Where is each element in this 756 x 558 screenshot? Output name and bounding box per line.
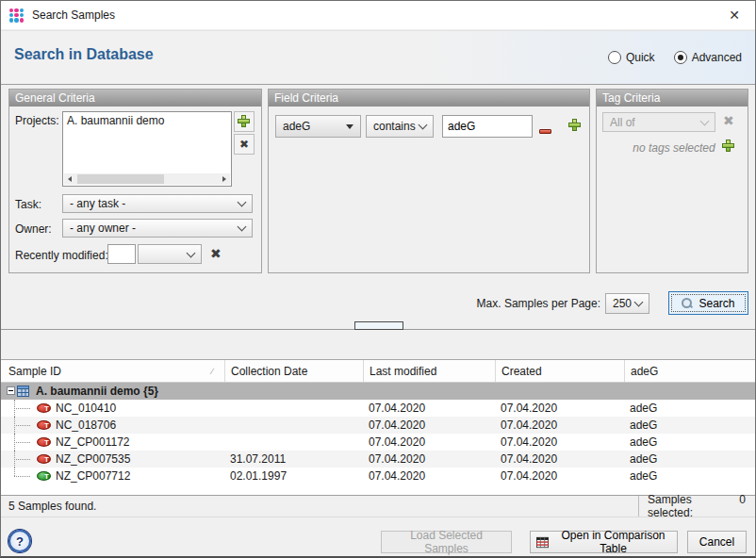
footer-bar: ? Load Selected Samples Open in Comparis… [1, 517, 755, 556]
sample-status-icon [37, 420, 51, 430]
samples-selected-count: 0 [739, 493, 746, 519]
search-icon [682, 298, 693, 309]
tree-line [1, 417, 37, 434]
owner-select[interactable]: - any owner - [62, 219, 253, 238]
splitter-grip[interactable] [354, 321, 403, 330]
adeG-cell: adeG [625, 434, 755, 451]
results-table: Sample ID∕ Collection Date Last modified… [1, 359, 755, 495]
table-header-row: Sample ID∕ Collection Date Last modified… [1, 360, 755, 383]
field-name-select[interactable]: adeG [275, 115, 361, 138]
last-modified-cell: 07.04.2020 [364, 434, 496, 451]
field-query-input[interactable] [442, 115, 533, 138]
table-row[interactable]: NC_010410 07.04.2020 07.04.2020 adeG [1, 400, 755, 417]
tree-line [1, 468, 37, 484]
add-tag-button[interactable] [722, 140, 735, 156]
sort-indicator-icon: ∕ [211, 367, 213, 376]
adeG-cell: adeG [625, 451, 755, 468]
compare-button-label: Open in Comparison Table [555, 529, 671, 555]
radio-quick-circle [608, 51, 621, 64]
created-cell: 07.04.2020 [496, 400, 625, 417]
column-header-created[interactable]: Created [496, 360, 625, 382]
sample-id: NZ_CP007712 [56, 469, 130, 483]
column-header-collection-date[interactable]: Collection Date [225, 360, 364, 382]
created-cell: 07.04.2020 [496, 417, 625, 434]
chevron-down-icon [419, 121, 428, 130]
column-label: Created [501, 365, 542, 378]
column-label: Collection Date [231, 365, 307, 378]
sample-id: NZ_CP001172 [56, 435, 130, 449]
scroll-right-icon[interactable] [219, 173, 230, 185]
scroll-track[interactable] [75, 173, 219, 185]
column-header-adeG[interactable]: adeG [625, 360, 755, 382]
chevron-down-icon [238, 198, 247, 207]
chevron-down-icon [238, 222, 247, 232]
chevron-down-icon [634, 298, 644, 307]
remove-field-criterion-button[interactable] [539, 123, 551, 137]
remove-project-button[interactable]: ✖ [234, 134, 255, 155]
field-operator-select[interactable]: contains [366, 115, 434, 138]
results-toolbar [1, 330, 755, 358]
column-label: adeG [631, 365, 658, 378]
field-operator-value: contains [373, 120, 416, 133]
app-logo-icon [9, 8, 24, 23]
max-samples-value: 250 [613, 297, 632, 310]
last-modified-cell: 07.04.2020 [364, 417, 496, 434]
project-icon [16, 385, 30, 398]
no-tags-text: no tags selected [633, 141, 715, 156]
add-field-criterion-button[interactable] [568, 119, 582, 135]
remove-tag-button: ✖ [723, 113, 734, 128]
column-header-last-modified[interactable]: Last modified [364, 360, 496, 382]
samples-selected-label: Samples selected: [648, 493, 739, 519]
created-cell: 07.04.2020 [496, 434, 625, 451]
cancel-button[interactable]: Cancel [687, 531, 747, 553]
created-cell: 07.04.2020 [496, 468, 625, 484]
table-row[interactable]: NZ_CP007535 31.07.2011 07.04.2020 07.04.… [1, 451, 755, 468]
max-samples-select[interactable]: 250 [605, 293, 649, 314]
search-button[interactable]: Search [668, 291, 748, 315]
tag-match-value: All of [610, 116, 635, 129]
collapse-group-icon[interactable] [7, 386, 15, 395]
sample-status-icon [37, 454, 51, 464]
plus-icon [238, 115, 251, 128]
column-header-sample-id[interactable]: Sample ID∕ [1, 360, 225, 382]
scroll-left-icon[interactable] [64, 173, 75, 185]
field-name-value: adeG [283, 120, 310, 133]
comparison-table-icon [536, 536, 549, 549]
field-criteria-header: Field Criteria [269, 90, 589, 107]
clear-icon: ✖ [210, 246, 222, 261]
sample-status-icon [37, 403, 51, 413]
open-in-comparison-table-button[interactable]: Open in Comparison Table [530, 531, 678, 553]
tag-criteria-header: Tag Criteria [597, 90, 748, 107]
group-row[interactable]: A. baumannii demo {5} [1, 383, 755, 400]
radio-advanced[interactable]: Advanced [674, 51, 742, 64]
recently-modified-input[interactable] [107, 244, 136, 264]
tree-line [1, 451, 37, 468]
chevron-down-icon [700, 116, 710, 125]
recently-modified-unit-select[interactable] [138, 244, 202, 264]
projects-label: Projects: [15, 114, 59, 127]
projects-hscrollbar[interactable] [64, 173, 230, 185]
clear-recently-modified-button[interactable]: ✖ [210, 246, 222, 261]
sample-id: NZ_CP007535 [56, 452, 130, 466]
add-project-button[interactable] [234, 111, 255, 132]
max-samples-label: Max. Samples per Page: [470, 297, 600, 310]
search-samples-dialog: Search Samples ✕ Search in Database Quic… [0, 0, 756, 558]
scroll-thumb[interactable] [77, 174, 164, 184]
radio-quick[interactable]: Quick [608, 51, 655, 64]
project-item-selected[interactable]: A. baumannii demo [63, 112, 231, 129]
task-select[interactable]: - any task - [62, 194, 253, 213]
chevron-down-icon [187, 248, 196, 257]
table-row[interactable]: NZ_CP007712 02.01.1997 07.04.2020 07.04.… [1, 468, 755, 484]
collection-date-cell [225, 400, 364, 417]
help-button[interactable]: ? [8, 530, 31, 552]
projects-list[interactable]: A. baumannii demo [62, 111, 232, 187]
close-icon[interactable]: ✕ [714, 1, 755, 29]
table-row[interactable]: NC_018706 07.04.2020 07.04.2020 adeG [1, 417, 755, 434]
title-bar[interactable]: Search Samples ✕ [1, 1, 755, 29]
tree-line [1, 434, 37, 451]
table-row[interactable]: NZ_CP001172 07.04.2020 07.04.2020 adeG [1, 434, 755, 451]
status-bar: 5 Samples found. Samples selected: 0 [1, 495, 755, 517]
owner-value: - any owner - [70, 222, 136, 235]
recently-modified-label: Recently modified: [15, 249, 108, 262]
dialog-header: Search in Database Quick Advanced [1, 30, 755, 85]
